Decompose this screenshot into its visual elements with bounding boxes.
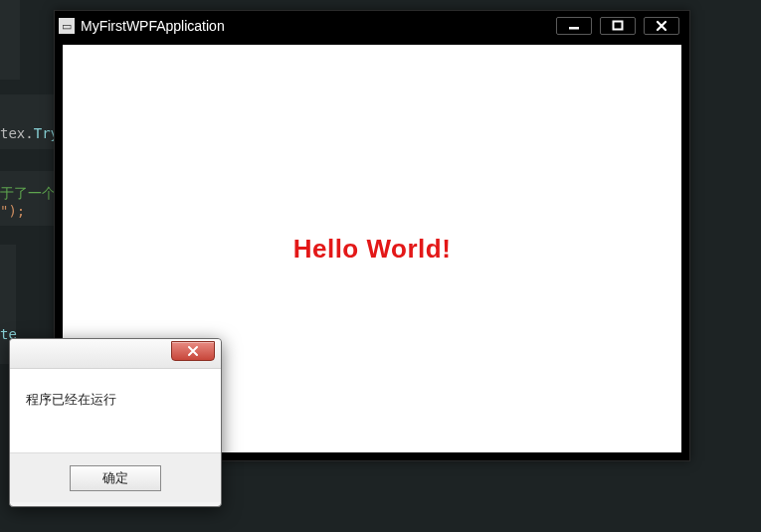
editor-gutter (0, 171, 58, 226)
window-title: MyFirstWPFApplication (81, 18, 556, 34)
app-icon: ▭ (59, 18, 75, 34)
svg-rect-0 (569, 27, 579, 30)
svg-rect-1 (614, 22, 623, 30)
window-controls (556, 17, 685, 35)
editor-gutter (0, 94, 58, 149)
hello-world-text: Hello World! (293, 234, 452, 265)
minimize-button[interactable] (556, 17, 592, 35)
dialog-body: 程序已经在运行 (10, 369, 221, 452)
close-button[interactable] (644, 17, 679, 35)
close-icon (186, 345, 200, 357)
dialog-titlebar[interactable] (10, 339, 221, 369)
titlebar[interactable]: ▭ MyFirstWPFApplication (55, 11, 689, 41)
ok-button[interactable]: 确定 (70, 465, 161, 491)
messagebox-dialog: 程序已经在运行 确定 (9, 338, 222, 507)
editor-gutter (0, 0, 20, 80)
maximize-button[interactable] (600, 17, 636, 35)
dialog-message-text: 程序已经在运行 (26, 392, 116, 407)
dialog-close-button[interactable] (171, 341, 215, 361)
dialog-footer: 确定 (10, 452, 221, 502)
